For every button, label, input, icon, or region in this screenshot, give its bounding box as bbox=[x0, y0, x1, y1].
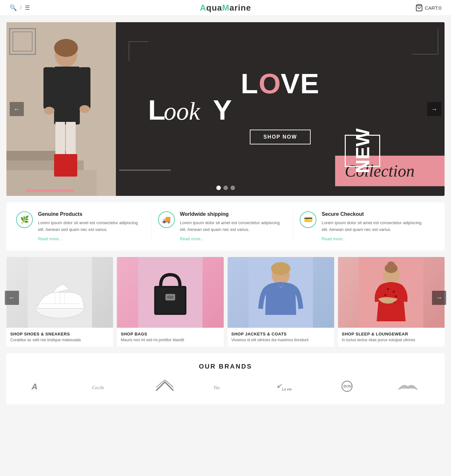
category-bags-image bbox=[117, 257, 223, 328]
brand-logo-4[interactable]: Tia bbox=[212, 380, 238, 395]
feature-shipping-title: Worldwide shipping bbox=[180, 211, 287, 217]
svg-text:La vie: La vie bbox=[282, 387, 292, 391]
hero-dot-3[interactable] bbox=[230, 186, 235, 190]
category-jackets-image bbox=[228, 257, 334, 328]
svg-text:↙: ↙ bbox=[277, 382, 282, 389]
svg-rect-12 bbox=[54, 154, 66, 177]
hero-main-text: L O VE L ook Y bbox=[129, 67, 432, 126]
cart-button[interactable]: CART:0 bbox=[415, 4, 441, 12]
brand-1-svg: A bbox=[30, 380, 56, 393]
hero-deco-top-right bbox=[412, 29, 438, 54]
logo-qua-text: qua bbox=[206, 3, 222, 13]
brand-7-svg bbox=[395, 380, 421, 393]
hero-deco-top-left bbox=[129, 41, 148, 61]
brand-logo-7[interactable] bbox=[395, 380, 421, 395]
category-shoes-desc: Curabitur ac velit nisi tristique malesu… bbox=[10, 338, 109, 342]
logo-arine-text: arine bbox=[230, 3, 251, 13]
category-jackets-desc: Vivamus id elit ultricies dui maximus ti… bbox=[231, 338, 330, 342]
svg-text:Tia: Tia bbox=[214, 385, 220, 390]
header: 🔍 / ☰ AquaMarine CART:0 bbox=[0, 0, 451, 16]
category-bags[interactable]: SHOP BAGS Mauris non mi sed mi porttitor… bbox=[117, 257, 223, 347]
brand-6-svg: BON bbox=[334, 380, 360, 393]
svg-text:BON: BON bbox=[343, 384, 352, 388]
svg-rect-18 bbox=[26, 189, 74, 192]
hero-next-button[interactable]: → bbox=[427, 102, 441, 116]
category-loungewear-image bbox=[338, 257, 445, 328]
svg-point-40 bbox=[384, 294, 386, 296]
category-bags-title: SHOP BAGS bbox=[121, 332, 220, 336]
feature-genuine-icon: 🌿 bbox=[16, 211, 33, 228]
feature-checkout-title: Secure Checkout bbox=[322, 211, 428, 217]
brand-logo-5[interactable]: ↙ La vie bbox=[273, 380, 299, 395]
categories-grid: SHOP SHOES & SNEAKERS Curabitur ac velit… bbox=[6, 257, 445, 347]
hero-dot-2[interactable] bbox=[223, 186, 228, 190]
feature-genuine: 🌿 Genuine Products Lorem ipsum dolor sit… bbox=[16, 211, 152, 242]
brand-logo-3[interactable] bbox=[152, 380, 178, 395]
features-section: 🌿 Genuine Products Lorem ipsum dolor sit… bbox=[6, 202, 445, 251]
bags-img-svg bbox=[138, 257, 202, 328]
svg-text:A: A bbox=[31, 382, 37, 391]
svg-rect-14 bbox=[43, 67, 55, 109]
svg-point-39 bbox=[393, 291, 395, 293]
brands-section: OUR BRANDS A Cecile Tia ↙ bbox=[6, 353, 445, 404]
svg-point-38 bbox=[387, 288, 389, 290]
feature-genuine-title: Genuine Products bbox=[38, 211, 145, 217]
search-icon[interactable]: 🔍 bbox=[10, 4, 17, 11]
feature-genuine-desc: Lorem ipsum dolor sit amet est consectet… bbox=[38, 220, 145, 233]
hero-text-area: L O VE L ook Y SHOP NOW NEW Collection bbox=[116, 22, 445, 196]
hero-y-text: Y bbox=[213, 94, 232, 126]
category-loungewear-desc: In luctus lectus vitae purus volutpat ul… bbox=[342, 338, 441, 342]
category-shoes-info: SHOP SHOES & SNEAKERS Curabitur ac velit… bbox=[6, 328, 113, 347]
feature-shipping-icon: 🚚 bbox=[158, 211, 175, 228]
svg-point-17 bbox=[80, 105, 90, 113]
category-jackets-title: SHOP JACKETS & COATS bbox=[231, 332, 330, 336]
svg-point-8 bbox=[54, 39, 78, 57]
category-shoes-image bbox=[6, 257, 113, 328]
category-bags-info: SHOP BAGS Mauris non mi sed mi porttitor… bbox=[117, 328, 223, 347]
hero-l-text: L bbox=[241, 67, 259, 100]
shop-now-button[interactable]: SHOP NOW bbox=[250, 130, 311, 144]
feature-checkout-readmore[interactable]: Read more... bbox=[322, 236, 346, 241]
category-shoes-title: SHOP SHOES & SNEAKERS bbox=[10, 332, 109, 336]
hero-look-text: ook bbox=[164, 97, 200, 126]
feature-checkout-desc: Lorem ipsum dolor sit amet est consectet… bbox=[322, 220, 428, 233]
feature-shipping-readmore[interactable]: Read more... bbox=[180, 236, 204, 241]
hero-ve-text: VE bbox=[281, 67, 320, 100]
hero-prev-button[interactable]: ← bbox=[10, 102, 24, 116]
hero-dots bbox=[216, 186, 235, 190]
category-jackets-info: SHOP JACKETS & COATS Vivamus id elit ult… bbox=[228, 328, 334, 347]
svg-point-16 bbox=[44, 107, 54, 114]
hero-dot-1[interactable] bbox=[216, 186, 221, 190]
brand-logo-6[interactable]: BON bbox=[334, 380, 360, 395]
header-left: 🔍 / ☰ bbox=[10, 4, 30, 11]
brands-title: OUR BRANDS bbox=[16, 363, 435, 370]
svg-point-33 bbox=[271, 262, 290, 275]
categories-next-button[interactable]: → bbox=[432, 291, 446, 305]
svg-rect-15 bbox=[79, 67, 90, 109]
svg-rect-9 bbox=[54, 67, 80, 124]
loungewear-img-svg bbox=[359, 257, 423, 328]
svg-text:Cecile: Cecile bbox=[92, 385, 104, 390]
category-jackets[interactable]: SHOP JACKETS & COATS Vivamus id elit ult… bbox=[228, 257, 334, 347]
brand-logo-2[interactable]: Cecile bbox=[91, 380, 117, 395]
svg-rect-13 bbox=[65, 154, 77, 177]
brand-5-svg: ↙ La vie bbox=[273, 380, 299, 393]
feature-genuine-readmore[interactable]: Read more... bbox=[38, 236, 62, 241]
brand-4-svg: Tia bbox=[212, 380, 238, 393]
feature-checkout: 💳 Secure Checkout Lorem ipsum dolor sit … bbox=[293, 211, 435, 242]
categories-prev-button[interactable]: ← bbox=[5, 291, 19, 305]
menu-icon[interactable]: ☰ bbox=[25, 4, 30, 11]
category-shoes[interactable]: SHOP SHOES & SNEAKERS Curabitur ac velit… bbox=[6, 257, 113, 347]
feature-shipping: 🚚 Worldwide shipping Lorem ipsum dolor s… bbox=[152, 211, 294, 242]
hero-new-border: NEW bbox=[345, 135, 380, 167]
jackets-img-svg bbox=[249, 257, 313, 328]
feature-genuine-content: Genuine Products Lorem ipsum dolor sit a… bbox=[38, 211, 145, 242]
brand-2-svg: Cecile bbox=[91, 380, 117, 393]
category-loungewear[interactable]: SHOP SLEEP & LOUNGEWEAR In luctus lectus… bbox=[338, 257, 445, 347]
logo[interactable]: AquaMarine bbox=[200, 3, 251, 13]
brand-logo-1[interactable]: A bbox=[30, 380, 56, 395]
logo-m-text: M bbox=[222, 3, 230, 13]
feature-shipping-content: Worldwide shipping Lorem ipsum dolor sit… bbox=[180, 211, 287, 242]
logo-aqua-text: A bbox=[200, 3, 206, 13]
category-loungewear-title: SHOP SLEEP & LOUNGEWEAR bbox=[342, 332, 441, 336]
